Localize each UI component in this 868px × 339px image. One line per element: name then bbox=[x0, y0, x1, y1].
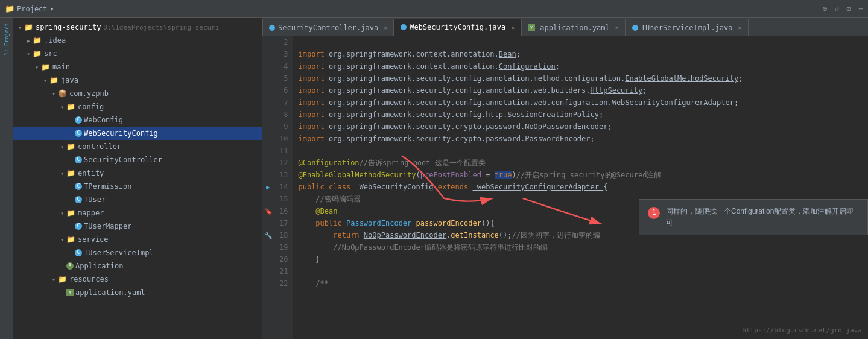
tree-item-com-yzpnb[interactable]: ▾ 📦 com.yzpnb bbox=[13, 87, 262, 100]
tab-close-tuserserviceimpl[interactable]: ✕ bbox=[738, 24, 742, 31]
linenum-19: 19 bbox=[279, 241, 288, 253]
line-icon-12 bbox=[262, 157, 274, 169]
linenum-17: 17 bbox=[279, 217, 288, 229]
code-line-7: import org.springframework.security.conf… bbox=[298, 97, 863, 109]
tree-item-resources[interactable]: ▾ 📁 resources bbox=[13, 273, 262, 286]
tree-item-src[interactable]: ▾ 📁 src bbox=[13, 47, 262, 60]
tree-label-controller: controller bbox=[78, 142, 121, 151]
linenum-3: 3 bbox=[279, 48, 288, 60]
code-line-10: import org.springframework.security.cryp… bbox=[298, 133, 863, 145]
side-icons-strip: 1: Project bbox=[0, 18, 13, 339]
tree-item-config[interactable]: ▾ 📁 config bbox=[13, 100, 262, 113]
tpermission-class-icon: C bbox=[75, 183, 82, 190]
tree-item-appyaml[interactable]: Y application.yaml bbox=[13, 286, 262, 299]
tree-item-tusermapper[interactable]: C TUserMapper bbox=[13, 220, 262, 233]
line-icon-22 bbox=[262, 277, 274, 290]
tab-tuserserviceimpl[interactable]: TUserServiceImpl.java ✕ bbox=[626, 19, 749, 36]
src-folder-icon: 📁 bbox=[33, 49, 42, 58]
main-folder-icon: 📁 bbox=[41, 63, 50, 71]
line-icon-3 bbox=[262, 48, 274, 60]
line-icon-7 bbox=[262, 97, 274, 109]
watermark: https://blog.csdn.net/grd_java bbox=[742, 326, 862, 334]
tree-item-securitycontroller[interactable]: C SecurityController bbox=[13, 153, 262, 166]
line-icon-4 bbox=[262, 60, 274, 72]
sync-icon[interactable]: ⇄ bbox=[835, 4, 840, 13]
linenum-6: 6 bbox=[279, 84, 288, 97]
tab-securitycontroller[interactable]: SecurityController.java ✕ bbox=[262, 19, 394, 36]
line-icon-11 bbox=[262, 145, 274, 157]
tree-item-tpermission[interactable]: C TPermission bbox=[13, 180, 262, 193]
line-icon-13 bbox=[262, 169, 274, 181]
linenum-9: 9 bbox=[279, 121, 288, 133]
tree-item-controller[interactable]: ▾ 📁 controller bbox=[13, 140, 262, 153]
file-tree: ▾ 📁 spring-security D:\IdeaProjects\spri… bbox=[13, 18, 262, 339]
linenum-22: 22 bbox=[279, 277, 288, 290]
tree-item-application[interactable]: A Application bbox=[13, 259, 262, 273]
code-line-4: import org.springframework.context.annot… bbox=[298, 60, 863, 72]
tab-close-securitycontroller[interactable]: ✕ bbox=[384, 24, 387, 31]
tab-icon-appyaml: Y bbox=[528, 24, 535, 31]
tab-websecurityconfig[interactable]: WebSecurityConfig.java ✕ bbox=[394, 19, 521, 36]
tree-item-spring-security[interactable]: ▾ 📁 spring-security D:\IdeaProjects\spri… bbox=[13, 21, 262, 34]
code-editor: SecurityController.java ✕ WebSecurityCon… bbox=[262, 18, 868, 339]
code-content[interactable]: import org.springframework.context.annot… bbox=[293, 36, 868, 339]
linenum-15: 15 bbox=[279, 193, 288, 205]
tree-item-tuser[interactable]: C TUser bbox=[13, 193, 262, 206]
tree-label-mapper: mapper bbox=[78, 209, 104, 217]
tree-item-websecurityconfig[interactable]: C WebSecurityConfig bbox=[13, 127, 262, 140]
linenum-8: 8 bbox=[279, 109, 288, 121]
tree-item-java[interactable]: ▾ 📁 java bbox=[13, 74, 262, 87]
annotation-text-content: 同样的，随便找一个Configuration配置类，添加注解开启即可 bbox=[666, 206, 859, 229]
tree-item-webconfig[interactable]: C WebConfig bbox=[13, 113, 262, 127]
line-icon-5 bbox=[262, 72, 274, 84]
tab-close-websecurityconfig[interactable]: ✕ bbox=[511, 24, 515, 31]
linenum-21: 21 bbox=[279, 265, 288, 277]
service-folder-icon: 📁 bbox=[66, 235, 75, 244]
code-line-5: import org.springframework.security.conf… bbox=[298, 72, 863, 84]
tree-label-idea: .idea bbox=[44, 36, 66, 45]
idea-folder-icon: 📁 bbox=[33, 36, 42, 45]
tree-item-main[interactable]: ▾ 📁 main bbox=[13, 60, 262, 74]
tab-label-appyaml: application.yaml bbox=[540, 24, 610, 32]
line-icon-20 bbox=[262, 253, 274, 265]
tree-item-mapper[interactable]: ▾ 📁 mapper bbox=[13, 206, 262, 220]
linenum-2: 2 bbox=[279, 36, 288, 48]
code-line-8: import org.springframework.security.conf… bbox=[298, 109, 863, 121]
project-label[interactable]: Project ▾ bbox=[17, 5, 54, 13]
tree-item-tuserserviceimpl[interactable]: C TUserServiceImpl bbox=[13, 246, 262, 259]
code-lines-container: ▶ 🔖 🔧 2 3 4 5 6 7 bbox=[262, 36, 868, 339]
code-line-13: @EnableGlobalMethodSecurity(prePostEnabl… bbox=[298, 169, 863, 181]
package-icon: 📦 bbox=[58, 89, 67, 98]
tree-label-websecurityconfig: WebSecurityConfig bbox=[84, 129, 158, 138]
tree-label-com-yzpnb: com.yzpnb bbox=[69, 89, 109, 98]
line-icon-2 bbox=[262, 36, 274, 48]
tree-item-idea[interactable]: ▶ 📁 .idea bbox=[13, 34, 262, 47]
code-line-19: //NoOpPasswordEncoder编码器是将密码原字符串进行比对的编 bbox=[298, 241, 863, 253]
tree-label-securitycontroller: SecurityController bbox=[84, 156, 162, 164]
entity-folder-icon: 📁 bbox=[66, 169, 75, 177]
settings-icon[interactable]: ⚙ bbox=[846, 4, 851, 13]
java-folder-icon: 📁 bbox=[49, 76, 59, 84]
line-icon-15 bbox=[262, 193, 274, 205]
tree-label-application: Application bbox=[75, 262, 123, 270]
tree-label-src: src bbox=[44, 49, 57, 58]
main-layout: 1: Project ▾ 📁 spring-security D:\IdeaPr… bbox=[0, 18, 868, 339]
tree-label-tuser: TUser bbox=[84, 195, 106, 204]
tree-label-resources: resources bbox=[69, 275, 109, 284]
line-icon-8 bbox=[262, 109, 274, 121]
linenum-13: 13 bbox=[279, 169, 288, 181]
annotation-number-badge: 1 bbox=[648, 207, 660, 219]
tree-item-entity[interactable]: ▾ 📁 entity bbox=[13, 166, 262, 180]
tab-appyaml[interactable]: Y application.yaml ✕ bbox=[521, 19, 626, 36]
minimize-icon[interactable]: − bbox=[858, 4, 863, 13]
line-icon-area: ▶ 🔖 🔧 bbox=[262, 36, 274, 339]
build-icon[interactable]: ⊕ bbox=[823, 4, 828, 13]
line-icon-9 bbox=[262, 121, 274, 133]
webconfig-class-icon: C bbox=[75, 116, 82, 124]
code-line-12: @Configuration//告诉spring boot 这是一个配置类 bbox=[298, 157, 863, 169]
dropdown-arrow: ▾ bbox=[50, 5, 54, 13]
tree-item-service[interactable]: ▾ 📁 service bbox=[13, 233, 262, 246]
project-side-icon[interactable]: 1: Project bbox=[2, 21, 11, 58]
code-line-20: } bbox=[298, 253, 863, 265]
tab-close-appyaml[interactable]: ✕ bbox=[615, 24, 619, 31]
